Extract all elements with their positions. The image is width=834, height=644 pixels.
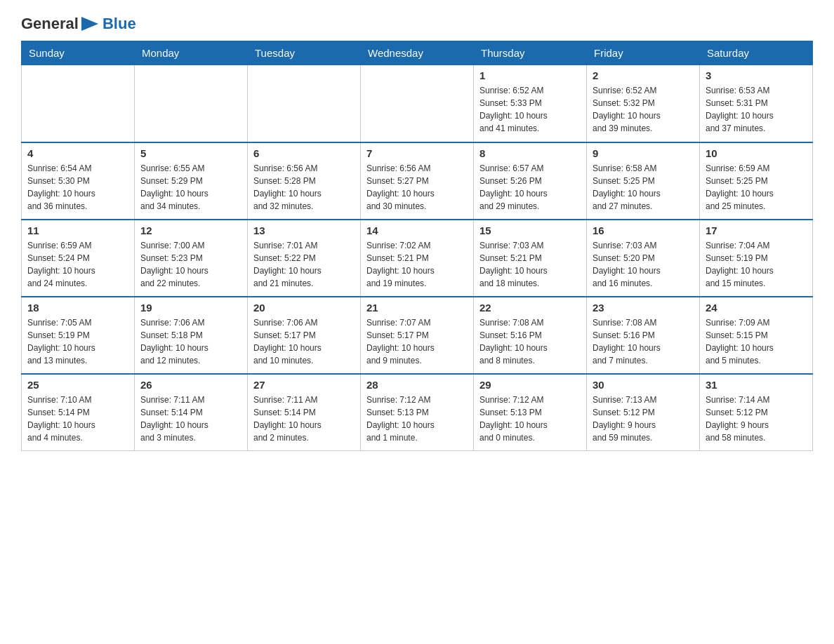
calendar-table: SundayMondayTuesdayWednesdayThursdayFrid… — [21, 41, 813, 451]
calendar-week-row: 11Sunrise: 6:59 AMSunset: 5:24 PMDayligh… — [22, 220, 813, 297]
day-number: 10 — [706, 147, 807, 159]
calendar-cell: 13Sunrise: 7:01 AMSunset: 5:22 PMDayligh… — [248, 220, 361, 297]
calendar-week-row: 18Sunrise: 7:05 AMSunset: 5:19 PMDayligh… — [22, 297, 813, 374]
calendar-cell: 26Sunrise: 7:11 AMSunset: 5:14 PMDayligh… — [135, 374, 248, 451]
day-number: 25 — [27, 379, 128, 391]
day-info: Sunrise: 7:05 AMSunset: 5:19 PMDaylight:… — [27, 316, 128, 367]
calendar-cell: 30Sunrise: 7:13 AMSunset: 5:12 PMDayligh… — [587, 374, 700, 451]
calendar-cell: 7Sunrise: 6:56 AMSunset: 5:27 PMDaylight… — [361, 142, 474, 220]
day-number: 28 — [366, 379, 468, 391]
day-number: 3 — [706, 69, 807, 81]
day-info: Sunrise: 6:56 AMSunset: 5:28 PMDaylight:… — [253, 162, 355, 213]
day-info: Sunrise: 6:56 AMSunset: 5:27 PMDaylight:… — [366, 162, 468, 213]
logo: General Blue — [21, 14, 136, 34]
day-info: Sunrise: 7:09 AMSunset: 5:15 PMDaylight:… — [706, 316, 807, 367]
day-number: 18 — [27, 302, 128, 314]
svg-marker-0 — [81, 17, 98, 31]
day-info: Sunrise: 7:14 AMSunset: 5:12 PMDaylight:… — [706, 394, 807, 444]
day-info: Sunrise: 6:52 AMSunset: 5:32 PMDaylight:… — [593, 84, 694, 135]
day-number: 19 — [140, 302, 241, 314]
day-number: 5 — [140, 147, 241, 159]
day-info: Sunrise: 7:04 AMSunset: 5:19 PMDaylight:… — [706, 239, 807, 290]
day-info: Sunrise: 7:07 AMSunset: 5:17 PMDaylight:… — [366, 316, 468, 367]
day-number: 23 — [593, 302, 694, 314]
day-number: 29 — [479, 379, 581, 391]
day-number: 30 — [593, 379, 694, 391]
calendar-cell: 21Sunrise: 7:07 AMSunset: 5:17 PMDayligh… — [361, 297, 474, 374]
calendar-cell: 31Sunrise: 7:14 AMSunset: 5:12 PMDayligh… — [700, 374, 813, 451]
calendar-cell: 16Sunrise: 7:03 AMSunset: 5:20 PMDayligh… — [587, 220, 700, 297]
calendar-cell: 17Sunrise: 7:04 AMSunset: 5:19 PMDayligh… — [700, 220, 813, 297]
day-number: 4 — [27, 147, 128, 159]
day-number: 20 — [253, 302, 355, 314]
day-info: Sunrise: 7:02 AMSunset: 5:21 PMDaylight:… — [366, 239, 468, 290]
day-number: 15 — [479, 224, 581, 236]
calendar-cell: 9Sunrise: 6:58 AMSunset: 5:25 PMDaylight… — [587, 142, 700, 220]
calendar-header-saturday: Saturday — [700, 41, 813, 65]
calendar-header-wednesday: Wednesday — [361, 41, 474, 65]
day-number: 21 — [366, 302, 468, 314]
day-number: 11 — [27, 224, 128, 236]
calendar-cell: 29Sunrise: 7:12 AMSunset: 5:13 PMDayligh… — [474, 374, 587, 451]
day-number: 14 — [366, 224, 468, 236]
calendar-cell: 6Sunrise: 6:56 AMSunset: 5:28 PMDaylight… — [248, 142, 361, 220]
day-info: Sunrise: 7:03 AMSunset: 5:20 PMDaylight:… — [593, 239, 694, 290]
calendar-cell: 11Sunrise: 6:59 AMSunset: 5:24 PMDayligh… — [22, 220, 135, 297]
calendar-cell — [135, 65, 248, 142]
day-info: Sunrise: 6:59 AMSunset: 5:24 PMDaylight:… — [27, 239, 128, 290]
calendar-header-tuesday: Tuesday — [248, 41, 361, 65]
day-number: 31 — [706, 379, 807, 391]
calendar-cell: 28Sunrise: 7:12 AMSunset: 5:13 PMDayligh… — [361, 374, 474, 451]
day-info: Sunrise: 7:08 AMSunset: 5:16 PMDaylight:… — [593, 316, 694, 367]
calendar-header-row: SundayMondayTuesdayWednesdayThursdayFrid… — [22, 41, 813, 65]
day-info: Sunrise: 6:55 AMSunset: 5:29 PMDaylight:… — [140, 162, 241, 213]
day-number: 22 — [479, 302, 581, 314]
day-info: Sunrise: 6:59 AMSunset: 5:25 PMDaylight:… — [706, 162, 807, 213]
day-info: Sunrise: 6:54 AMSunset: 5:30 PMDaylight:… — [27, 162, 128, 213]
day-number: 27 — [253, 379, 355, 391]
day-info: Sunrise: 7:03 AMSunset: 5:21 PMDaylight:… — [479, 239, 581, 290]
day-info: Sunrise: 7:01 AMSunset: 5:22 PMDaylight:… — [253, 239, 355, 290]
day-info: Sunrise: 6:52 AMSunset: 5:33 PMDaylight:… — [479, 84, 581, 135]
day-number: 13 — [253, 224, 355, 236]
logo-arrow-icon — [80, 14, 100, 34]
day-number: 8 — [479, 147, 581, 159]
day-number: 1 — [479, 69, 581, 81]
calendar-header-monday: Monday — [135, 41, 248, 65]
calendar-cell: 5Sunrise: 6:55 AMSunset: 5:29 PMDaylight… — [135, 142, 248, 220]
calendar-header-thursday: Thursday — [474, 41, 587, 65]
day-info: Sunrise: 6:58 AMSunset: 5:25 PMDaylight:… — [593, 162, 694, 213]
day-info: Sunrise: 7:12 AMSunset: 5:13 PMDaylight:… — [479, 394, 581, 444]
calendar-week-row: 1Sunrise: 6:52 AMSunset: 5:33 PMDaylight… — [22, 65, 813, 142]
calendar-cell: 1Sunrise: 6:52 AMSunset: 5:33 PMDaylight… — [474, 65, 587, 142]
day-info: Sunrise: 7:06 AMSunset: 5:17 PMDaylight:… — [253, 316, 355, 367]
calendar-cell: 4Sunrise: 6:54 AMSunset: 5:30 PMDaylight… — [22, 142, 135, 220]
day-number: 26 — [140, 379, 241, 391]
day-number: 2 — [593, 69, 694, 81]
day-number: 24 — [706, 302, 807, 314]
calendar-cell — [361, 65, 474, 142]
day-number: 12 — [140, 224, 241, 236]
calendar-cell: 14Sunrise: 7:02 AMSunset: 5:21 PMDayligh… — [361, 220, 474, 297]
calendar-header-friday: Friday — [587, 41, 700, 65]
calendar-cell: 23Sunrise: 7:08 AMSunset: 5:16 PMDayligh… — [587, 297, 700, 374]
calendar-cell — [22, 65, 135, 142]
day-info: Sunrise: 7:12 AMSunset: 5:13 PMDaylight:… — [366, 394, 468, 444]
day-info: Sunrise: 7:11 AMSunset: 5:14 PMDaylight:… — [253, 394, 355, 444]
logo-blue: Blue — [102, 15, 136, 32]
calendar-cell: 24Sunrise: 7:09 AMSunset: 5:15 PMDayligh… — [700, 297, 813, 374]
calendar-week-row: 25Sunrise: 7:10 AMSunset: 5:14 PMDayligh… — [22, 374, 813, 451]
calendar-cell: 2Sunrise: 6:52 AMSunset: 5:32 PMDaylight… — [587, 65, 700, 142]
calendar-cell: 12Sunrise: 7:00 AMSunset: 5:23 PMDayligh… — [135, 220, 248, 297]
day-info: Sunrise: 7:00 AMSunset: 5:23 PMDaylight:… — [140, 239, 241, 290]
day-info: Sunrise: 6:57 AMSunset: 5:26 PMDaylight:… — [479, 162, 581, 213]
calendar-cell: 18Sunrise: 7:05 AMSunset: 5:19 PMDayligh… — [22, 297, 135, 374]
calendar-cell: 25Sunrise: 7:10 AMSunset: 5:14 PMDayligh… — [22, 374, 135, 451]
calendar-cell: 27Sunrise: 7:11 AMSunset: 5:14 PMDayligh… — [248, 374, 361, 451]
calendar-cell: 10Sunrise: 6:59 AMSunset: 5:25 PMDayligh… — [700, 142, 813, 220]
day-info: Sunrise: 7:11 AMSunset: 5:14 PMDaylight:… — [140, 394, 241, 444]
day-number: 7 — [366, 147, 468, 159]
page-header: General Blue — [21, 14, 813, 34]
day-number: 16 — [593, 224, 694, 236]
calendar-week-row: 4Sunrise: 6:54 AMSunset: 5:30 PMDaylight… — [22, 142, 813, 220]
